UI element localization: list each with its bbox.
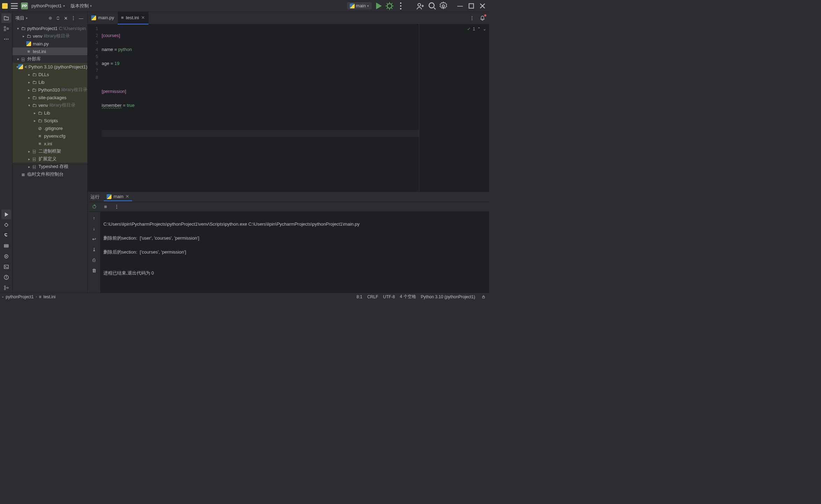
svg-point-30 [116,205,117,206]
svg-point-28 [472,19,472,20]
project-tree[interactable]: ▾🗀pythonProject1C:\Users\lipin ▸🗀venvlib… [13,24,87,293]
close-tab-icon[interactable]: ✕ [141,15,145,20]
soft-wrap-icon[interactable]: ↩ [89,234,99,244]
run-options-icon[interactable] [112,202,121,211]
stop-button[interactable] [101,202,110,211]
tree-venv-lib[interactable]: ▸🗀Lib [13,109,87,117]
expand-all-icon[interactable] [55,15,61,22]
chevron-up-icon[interactable]: ⌃ [477,27,481,31]
file-encoding[interactable]: UTF-8 [383,294,395,299]
tree-dlls[interactable]: ▸🗀DLLs [13,71,87,78]
up-stack-icon[interactable]: ↑ [89,213,99,223]
editor-tabs: main.py ≡test.ini✕ [88,12,489,24]
tree-external-libs[interactable]: ▾⌸外部库 [13,55,87,63]
python-packages-button[interactable] [1,241,11,251]
breadcrumb-icon: ▫ [2,294,3,299]
run-tool-button[interactable] [1,210,11,219]
tree-typeshed[interactable]: ▸⌸Typeshed 存根 [13,163,87,170]
code-editor[interactable]: 12345678 [courses] name = python age = 1… [88,24,489,191]
vcs-tool-button[interactable] [1,283,11,293]
svg-rect-33 [482,297,485,298]
lock-icon[interactable] [480,294,487,300]
run-output[interactable]: C:\Users\lipin\PycharmProjects\pythonPro… [100,212,489,293]
tree-lib[interactable]: ▸🗀Lib [13,78,87,86]
project-tool-button[interactable] [1,13,11,23]
maximize-icon[interactable] [467,1,476,10]
python-console-button[interactable] [1,231,11,240]
inspection-widget[interactable]: ✓1 ⌃ ⌄ [467,27,486,31]
caret-position[interactable]: 8:1 [357,294,363,299]
code-with-me-icon[interactable] [416,1,426,10]
scroll-to-end-icon[interactable]: ⤓ [89,244,99,254]
run-config-selector[interactable]: main▾ [347,2,372,9]
clear-icon[interactable]: 🗑 [89,265,99,275]
code-content[interactable]: [courses] name = python age = 19 [permis… [102,24,419,191]
project-selector[interactable]: pythonProject1▾ [30,2,66,9]
vcs-menu[interactable]: 版本控制▾ [68,2,94,10]
gutter: 12345678 [88,24,102,191]
svg-point-0 [387,3,392,8]
problems-tool-button[interactable] [1,272,11,282]
tree-venv[interactable]: ▸🗀venvlibrary根目录 [13,32,87,40]
run-side-toolbar: ↑ ↓ ↩ ⤓ ⎙ 🗑 [88,212,100,293]
tree-site-packages[interactable]: ▸🗀site-packages [13,94,87,101]
tree-pyvenv[interactable]: ≡pyvenv.cfg [13,132,87,140]
breadcrumb[interactable]: ▫ pythonProject1 › ≡ test.ini [2,294,56,299]
tree-scratch[interactable]: ≣临时文件和控制台 [13,170,87,178]
svg-point-23 [73,16,74,17]
more-tools-icon[interactable] [1,34,11,44]
debug-button[interactable] [385,1,394,10]
tree-main-py[interactable]: main.py [13,40,87,48]
tree-binary-frames[interactable]: ▸⌸二进制框架 [13,147,87,155]
main-menu-icon[interactable] [10,1,19,10]
collapse-all-icon[interactable]: ✕ [62,15,69,22]
terminal-tool-button[interactable] [1,262,11,272]
select-opened-file-icon[interactable] [47,15,54,22]
chevron-down-icon[interactable]: ⌄ [483,27,486,31]
svg-point-22 [50,18,51,19]
settings-icon[interactable] [439,1,448,10]
tree-root[interactable]: ▾🗀pythonProject1C:\Users\lipin [13,24,87,32]
app-icon [2,3,8,9]
run-tab-main[interactable]: main✕ [104,192,132,201]
hide-panel-icon[interactable]: — [78,15,85,22]
svg-rect-9 [4,29,6,31]
down-stack-icon[interactable]: ↓ [89,224,99,233]
more-actions-icon[interactable] [396,1,405,10]
run-panel-title: 运行 [90,194,100,200]
tree-venv2[interactable]: ▾🗀venvlibrary根目录 [13,101,87,109]
interpreter-selector[interactable]: Python 3.10 (pythonProject1) [421,294,475,299]
debug-tool-button[interactable] [1,220,11,230]
svg-point-13 [7,39,8,40]
tree-python310dir[interactable]: ▸🗀Python310library根目录 [13,86,87,94]
tree-test-ini[interactable]: ≡test.ini [13,48,87,55]
print-icon[interactable]: ⎙ [89,255,99,265]
svg-point-2 [400,5,401,6]
svg-point-11 [4,39,5,40]
run-tool-window: 运行 main✕ ↑ ↓ ↩ ⤓ ⎙ 🗑 C:\Users\lipin\Pych… [88,191,489,293]
structure-tool-button[interactable] [1,24,11,34]
svg-point-27 [472,17,472,18]
tab-main-py[interactable]: main.py [88,12,118,24]
tree-gitignore[interactable]: ⊘.gitignore [13,124,87,132]
notifications-icon[interactable] [478,14,487,23]
panel-options-icon[interactable] [70,15,77,22]
rerun-button[interactable] [90,202,99,211]
tab-test-ini[interactable]: ≡test.ini✕ [118,12,148,24]
tree-venv-scripts[interactable]: ▸🗀Scripts [13,117,87,124]
project-panel-title[interactable]: 项目▾ [15,15,45,21]
editor-options-icon[interactable] [467,14,477,23]
indent-setting[interactable]: 4 个空格 [400,294,416,300]
svg-point-20 [7,287,8,288]
close-icon[interactable] [478,1,487,10]
search-icon[interactable] [428,1,437,10]
tree-extdefs[interactable]: ▸⌸扩展定义 [13,155,87,163]
close-run-tab-icon[interactable]: ✕ [125,194,129,199]
minimize-icon[interactable] [456,1,465,10]
ini-file-icon: ≡ [121,15,124,20]
run-button[interactable] [374,1,383,10]
services-tool-button[interactable] [1,251,11,261]
tree-xini[interactable]: ≡x.ini [13,140,87,147]
tree-python-sdk[interactable]: ▾< Python 3.10 (pythonProject1) [13,63,87,71]
line-separator[interactable]: CRLF [367,294,378,299]
